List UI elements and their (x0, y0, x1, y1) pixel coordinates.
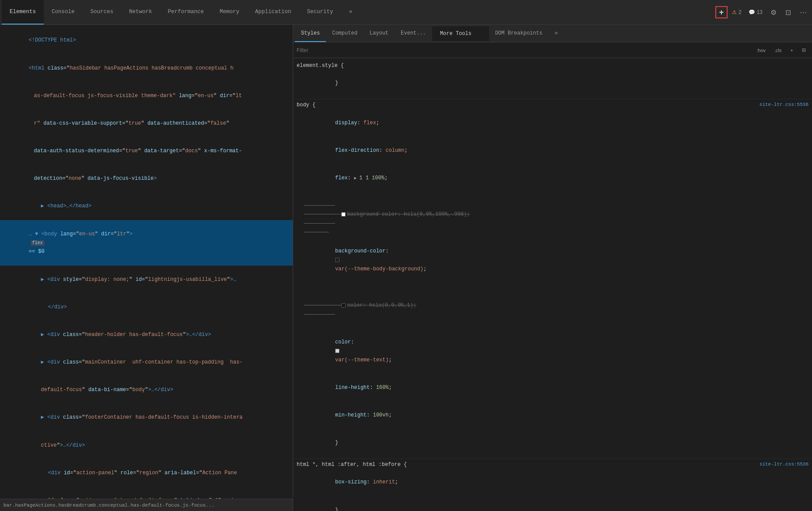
flex-badge: flex (31, 240, 45, 246)
selector-row: body { site-ltr.css:5536 (293, 101, 812, 109)
style-close-brace: } (293, 496, 812, 511)
settings-button[interactable]: ⚙ (767, 7, 780, 18)
warning-badge[interactable]: ⚠ 2 (729, 8, 744, 16)
html-line-body[interactable]: … ▼ <body lang="en-us" dir="ltr"> flex =… (0, 220, 293, 266)
tab-network[interactable]: Network (121, 0, 160, 24)
breadcrumb-text: bar.hasPageActions.hasBreadcrumb.concept… (4, 503, 214, 508)
body-source[interactable]: site-ltr.css:5536 (760, 102, 808, 107)
style-rule: color: var(--theme-text); (293, 329, 812, 374)
style-block-element: element.style { } (293, 60, 812, 99)
html-line[interactable]: default-focus" data-bi-name="body">…</di… (0, 376, 293, 404)
selector-row: element.style { (293, 62, 812, 70)
dock-button[interactable]: ⊡ (782, 7, 794, 18)
html-line[interactable]: ▶ <div class="header-holder has-default-… (0, 321, 293, 349)
tab-console-label: Console (52, 9, 75, 15)
style-rule: line-height: 160%; (293, 374, 812, 402)
selector-row: html *, html :after, html :before { site… (293, 461, 812, 469)
tab-computed-label: Computed (332, 30, 357, 36)
tab-memory[interactable]: Memory (212, 0, 247, 24)
warning-count: 2 (738, 9, 742, 15)
tab-dom-label: DOM Breakpoints (495, 30, 542, 36)
tab-sources[interactable]: Sources (83, 0, 122, 24)
tab-network-label: Network (129, 9, 152, 15)
html-star-source[interactable]: site-ltr.css:5536 (760, 462, 808, 467)
styles-content: element.style { } body { site-ltr.css:55… (293, 58, 812, 511)
html-line[interactable]: r" data-css-variable-support="true" data… (0, 110, 293, 137)
add-style-button[interactable]: + (788, 47, 796, 54)
hov-label: :hov (756, 48, 766, 53)
hov-button[interactable]: :hov (754, 47, 768, 54)
html-line[interactable]: ▶ <div style="display: none;" id="lightn… (0, 266, 293, 293)
style-selector: element.style { (297, 63, 344, 69)
tab-layout[interactable]: Layout (364, 25, 395, 42)
tab-sources-label: Sources (91, 9, 114, 15)
tab-overflow-label: » (555, 30, 558, 36)
body-selector: body { (297, 102, 315, 108)
html-star-selector: html *, html :after, html :before { (297, 462, 407, 468)
html-line[interactable]: data-auth-status-determined="true" data-… (0, 137, 293, 165)
toggle-sidebar-button[interactable]: ⊟ (799, 46, 808, 54)
color-swatch (335, 349, 340, 353)
info-icon: 💬 (749, 9, 755, 15)
elements-panel: <!DOCTYPE html> <html class="hasSidebar … (0, 25, 293, 511)
tab-application-label: Application (255, 9, 291, 15)
tab-bar-actions: + ⚠ 2 💬 13 ⚙ ⊡ ⋯ (715, 6, 810, 18)
style-block-html-star: html *, html :after, html :before { site… (293, 459, 812, 511)
main-tab-bar: Elements Console Sources Network Perform… (0, 0, 812, 25)
html-line[interactable]: <div id="action-panel" role="region" ari… (0, 459, 293, 486)
cls-button[interactable]: .cls (772, 47, 784, 54)
new-tab-button[interactable]: + (715, 6, 728, 18)
html-line[interactable]: as-default-focus js-focus-visible theme-… (0, 82, 293, 109)
style-block-body: body { site-ltr.css:5536 display: flex; … (293, 99, 812, 459)
filter-bar: :hov .cls + ⊟ (293, 42, 812, 58)
tab-more-label: » (349, 9, 353, 15)
tab-elements[interactable]: Elements (2, 0, 44, 24)
style-close-brace: } (293, 429, 812, 457)
html-line[interactable]: l" class="action-panel has-default-focus… (0, 487, 293, 499)
style-rule: min-height: 100vh; (293, 402, 812, 429)
dom-tree[interactable]: <!DOCTYPE html> <html class="hasSidebar … (0, 25, 293, 499)
tab-memory-label: Memory (220, 9, 239, 15)
tab-security[interactable]: Security (299, 0, 341, 24)
style-close: } (293, 70, 812, 97)
tab-console[interactable]: Console (44, 0, 83, 24)
color-swatch (335, 258, 340, 262)
tab-overflow[interactable]: » (549, 25, 564, 42)
warning-icon: ⚠ (732, 9, 737, 15)
html-line: <!DOCTYPE html> (0, 27, 293, 54)
tab-performance[interactable]: Performance (160, 0, 212, 24)
more-tools-dropdown-item[interactable]: More Tools (432, 26, 489, 41)
new-tab-icon: + (719, 8, 724, 17)
info-count: 13 (757, 9, 763, 15)
more-tools-label: More Tools (440, 31, 472, 37)
tab-security-label: Security (307, 9, 333, 15)
tab-event-label: Event... (401, 30, 426, 36)
info-badge[interactable]: 💬 13 (746, 8, 765, 16)
tab-computed[interactable]: Computed (326, 25, 364, 42)
tab-layout-label: Layout (370, 30, 388, 36)
filter-input[interactable] (297, 47, 750, 53)
tab-dom-breakpoints[interactable]: DOM Breakpoints (489, 25, 549, 42)
tab-event-listeners[interactable]: Event... (395, 25, 432, 42)
dock-icon: ⊡ (785, 8, 791, 17)
html-line[interactable]: ▶ <div class="mainContainer uhf-containe… (0, 349, 293, 376)
style-rule: flex: ▶ 1 1 100%; (293, 164, 812, 192)
tab-application[interactable]: Application (247, 0, 299, 24)
color-swatch (341, 303, 346, 308)
tab-more[interactable]: » (341, 0, 360, 24)
overflow-button[interactable]: ⋯ (796, 7, 810, 18)
tab-styles[interactable]: Styles (295, 25, 326, 42)
tab-elements-label: Elements (10, 9, 36, 15)
tab-styles-label: Styles (301, 30, 320, 36)
html-line[interactable]: ctive">…</div> (0, 431, 293, 459)
more-tools-container: More Tools (432, 26, 489, 41)
html-line[interactable]: <html class="hasSidebar hasPageActions h… (0, 54, 293, 82)
style-rule: flex-direction: column; (293, 136, 812, 164)
html-line[interactable]: detection="none" data-js-focus-visible> (0, 165, 293, 192)
html-line[interactable]: ▶ <head>…</head> (0, 192, 293, 220)
html-line[interactable]: ▶ <div class="footerContainer has-defaul… (0, 404, 293, 431)
breadcrumb-bar: bar.hasPageActions.hasBreadcrumb.concept… (0, 499, 293, 511)
html-line[interactable]: </div> (0, 293, 293, 321)
style-rule-strikethrough: background-color: hsla(0,0%,100%,.998); (293, 192, 812, 238)
ellipsis-icon: ⋯ (800, 8, 807, 17)
